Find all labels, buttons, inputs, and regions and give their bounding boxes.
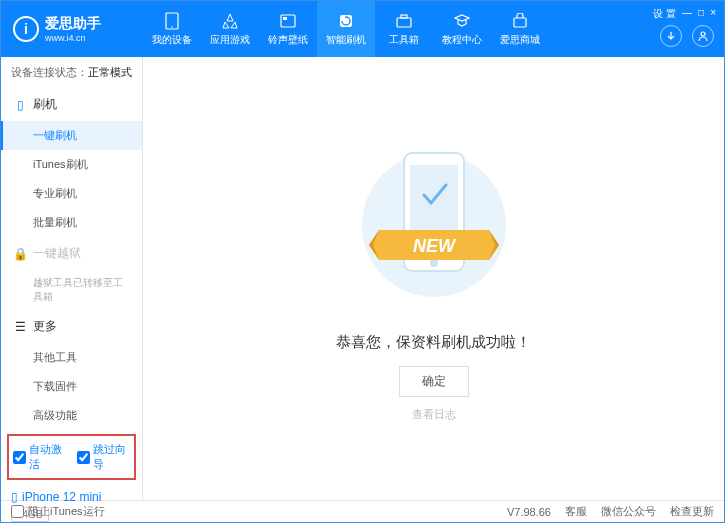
nav-ringtone[interactable]: 铃声壁纸 bbox=[259, 1, 317, 57]
phone-icon: ▯ bbox=[13, 98, 27, 112]
shop-icon bbox=[511, 12, 529, 30]
app-title: 爱思助手 bbox=[45, 15, 101, 33]
flash-icon bbox=[337, 12, 355, 30]
support-link[interactable]: 客服 bbox=[565, 504, 587, 519]
app-header: i 爱思助手 www.i4.cn 我的设备 应用游戏 铃声壁纸 智能刷机 工具箱 bbox=[1, 1, 724, 57]
version-label: V7.98.66 bbox=[507, 506, 551, 518]
phone-icon: ▯ bbox=[11, 490, 18, 504]
more-icon: ☰ bbox=[13, 320, 27, 334]
nav-toolbox[interactable]: 工具箱 bbox=[375, 1, 433, 57]
success-illustration: NEW bbox=[359, 135, 509, 315]
main-content: NEW 恭喜您，保资料刷机成功啦！ 确定 查看日志 bbox=[143, 57, 724, 500]
nav-label: 工具箱 bbox=[389, 33, 419, 47]
skip-guide-checkbox[interactable]: 跳过向导 bbox=[77, 442, 131, 472]
section-flash[interactable]: ▯ 刷机 bbox=[1, 88, 142, 121]
nav-flash[interactable]: 智能刷机 bbox=[317, 1, 375, 57]
close-btn[interactable]: × bbox=[710, 7, 716, 21]
section-jailbreak: 🔒 一键越狱 bbox=[1, 237, 142, 270]
confirm-button[interactable]: 确定 bbox=[399, 366, 469, 397]
window-controls: 设 置 — □ × bbox=[653, 7, 716, 21]
nav-tutorial[interactable]: 教程中心 bbox=[433, 1, 491, 57]
svg-rect-7 bbox=[514, 18, 526, 27]
options-box: 自动激活 跳过向导 bbox=[7, 434, 136, 480]
settings-btn[interactable]: 设 置 bbox=[653, 7, 676, 21]
main-nav: 我的设备 应用游戏 铃声壁纸 智能刷机 工具箱 教程中心 爱思商城 bbox=[143, 1, 549, 57]
new-badge: NEW bbox=[413, 236, 457, 256]
svg-rect-6 bbox=[401, 15, 407, 18]
sidebar: 设备连接状态：正常模式 ▯ 刷机 一键刷机 iTunes刷机 专业刷机 批量刷机… bbox=[1, 57, 143, 500]
svg-point-1 bbox=[171, 26, 173, 28]
nav-shop[interactable]: 爱思商城 bbox=[491, 1, 549, 57]
success-message: 恭喜您，保资料刷机成功啦！ bbox=[336, 333, 531, 352]
logo-area: i 爱思助手 www.i4.cn bbox=[1, 15, 143, 43]
view-log-link[interactable]: 查看日志 bbox=[412, 407, 456, 422]
sidebar-item-pro[interactable]: 专业刷机 bbox=[1, 179, 142, 208]
user-icon[interactable] bbox=[692, 25, 714, 47]
nav-label: 我的设备 bbox=[152, 33, 192, 47]
svg-rect-5 bbox=[397, 18, 411, 27]
app-url: www.i4.cn bbox=[45, 33, 101, 43]
update-link[interactable]: 检查更新 bbox=[670, 504, 714, 519]
nav-apps[interactable]: 应用游戏 bbox=[201, 1, 259, 57]
sidebar-item-batch[interactable]: 批量刷机 bbox=[1, 208, 142, 237]
svg-point-8 bbox=[701, 32, 705, 36]
auto-activate-checkbox[interactable]: 自动激活 bbox=[13, 442, 67, 472]
svg-rect-3 bbox=[283, 17, 287, 20]
jailbreak-note: 越狱工具已转移至工具箱 bbox=[1, 270, 142, 310]
phone-icon bbox=[163, 12, 181, 30]
nav-label: 爱思商城 bbox=[500, 33, 540, 47]
nav-label: 应用游戏 bbox=[210, 33, 250, 47]
wechat-link[interactable]: 微信公众号 bbox=[601, 504, 656, 519]
sidebar-item-advanced[interactable]: 高级功能 bbox=[1, 401, 142, 430]
minimize-btn[interactable]: — bbox=[682, 7, 692, 21]
maximize-btn[interactable]: □ bbox=[698, 7, 704, 21]
toolbox-icon bbox=[395, 12, 413, 30]
nav-my-device[interactable]: 我的设备 bbox=[143, 1, 201, 57]
sidebar-item-oneclick[interactable]: 一键刷机 bbox=[1, 121, 142, 150]
wallpaper-icon bbox=[279, 12, 297, 30]
sidebar-item-other[interactable]: 其他工具 bbox=[1, 343, 142, 372]
nav-label: 智能刷机 bbox=[326, 33, 366, 47]
header-actions bbox=[660, 25, 714, 47]
download-icon[interactable] bbox=[660, 25, 682, 47]
section-more[interactable]: ☰ 更多 bbox=[1, 310, 142, 343]
nav-label: 教程中心 bbox=[442, 33, 482, 47]
connection-status: 设备连接状态：正常模式 bbox=[1, 57, 142, 88]
lock-icon: 🔒 bbox=[13, 247, 27, 261]
sidebar-item-firmware[interactable]: 下载固件 bbox=[1, 372, 142, 401]
logo-icon: i bbox=[13, 16, 39, 42]
block-itunes-checkbox[interactable]: 阻止iTunes运行 bbox=[11, 504, 105, 519]
nav-label: 铃声壁纸 bbox=[268, 33, 308, 47]
device-name: ▯ iPhone 12 mini bbox=[11, 490, 132, 504]
svg-point-12 bbox=[430, 259, 438, 267]
svg-rect-2 bbox=[281, 15, 295, 27]
sidebar-item-itunes[interactable]: iTunes刷机 bbox=[1, 150, 142, 179]
tutorial-icon bbox=[453, 12, 471, 30]
apps-icon bbox=[221, 12, 239, 30]
